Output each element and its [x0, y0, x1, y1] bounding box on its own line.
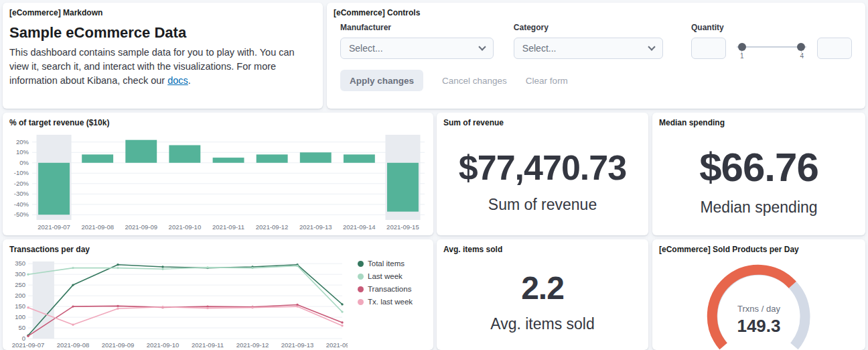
metric-value: 2.2	[521, 272, 564, 304]
quantity-label: Quantity	[691, 23, 852, 32]
legend-color-dot	[358, 261, 364, 267]
markdown-text-end: .	[188, 75, 191, 86]
panel-title: Sum of revenue	[437, 113, 648, 129]
svg-text:2021-09-14: 2021-09-14	[343, 223, 376, 231]
quantity-max-input[interactable]	[817, 38, 852, 59]
slider-handle-min[interactable]	[738, 43, 746, 51]
svg-text:2021-09-15: 2021-09-15	[386, 223, 419, 231]
quantity-min-input[interactable]	[691, 38, 726, 59]
legend-item-transactions[interactable]: Transactions	[358, 285, 413, 293]
bar-chart: 20%10%0%-10%-20%-30%-40%-50%2021-09-0720…	[8, 131, 428, 235]
gauge-chart	[658, 258, 860, 350]
panel-median-spending: Median spending $66.76 Median spending	[652, 113, 865, 235]
manufacturer-label: Manufacturer	[340, 23, 494, 32]
svg-text:100: 100	[15, 313, 25, 320]
quantity-control: Quantity 1 4	[691, 23, 852, 59]
docs-link[interactable]: docs	[167, 75, 188, 86]
panel-transactions-per-day: Transactions per day 0501001502002503003…	[3, 239, 433, 350]
svg-text:2021-09-10: 2021-09-10	[147, 341, 179, 349]
panel-avg-items-sold: Avg. items sold 2.2 Avg. items sold	[437, 239, 648, 350]
legend-item-last-week[interactable]: Last week	[358, 272, 413, 280]
panel-title: % of target revenue ($10k)	[3, 113, 433, 129]
svg-text:350: 350	[15, 259, 25, 267]
controls-row: Manufacturer Select... Category Select..…	[327, 23, 865, 59]
metric-label: Sum of revenue	[488, 196, 597, 214]
quantity-row: 1 4	[691, 38, 852, 59]
svg-text:300: 300	[15, 270, 25, 278]
markdown-heading: Sample eCommerce Data	[3, 19, 323, 44]
cancel-changes-button[interactable]: Cancel changes	[442, 76, 507, 86]
slider-handle-max[interactable]	[797, 43, 805, 51]
svg-text:150: 150	[15, 302, 25, 310]
line-chart: 0501001502002503003502021-09-072021-09-0…	[8, 258, 348, 350]
svg-text:2021-09-08: 2021-09-08	[81, 223, 114, 231]
svg-text:-50%: -50%	[14, 211, 29, 218]
panel-title: [eCommerce] Markdown	[3, 3, 323, 19]
clear-form-button[interactable]: Clear form	[526, 76, 568, 86]
chevron-down-icon	[478, 43, 486, 50]
svg-text:10%: 10%	[16, 148, 29, 156]
svg-text:2021-09-13: 2021-09-13	[299, 223, 332, 231]
metric-label: Median spending	[700, 198, 817, 217]
metric: $77,470.73 Sum of revenue	[437, 129, 648, 235]
panel-title: Transactions per day	[3, 239, 433, 255]
panel-sum-of-revenue: Sum of revenue $77,470.73 Sum of revenue	[437, 113, 648, 235]
svg-text:2021-09-11: 2021-09-11	[212, 223, 244, 231]
svg-text:-30%: -30%	[14, 190, 29, 197]
legend-item-tx-last-week[interactable]: Tx. last week	[358, 298, 413, 306]
svg-text:2021-09-12: 2021-09-12	[236, 341, 269, 349]
category-control: Category Select...	[514, 23, 663, 59]
svg-text:250: 250	[15, 281, 25, 288]
svg-text:50: 50	[18, 324, 25, 331]
panel-markdown: [eCommerce] Markdown Sample eCommerce Da…	[3, 3, 323, 109]
metric-label: Avg. items sold	[490, 315, 595, 333]
svg-text:2021-09-13: 2021-09-13	[281, 341, 314, 349]
legend-color-dot	[358, 274, 364, 280]
svg-text:-40%: -40%	[14, 200, 29, 208]
svg-text:0%: 0%	[19, 159, 29, 166]
metric: 2.2 Avg. items sold	[437, 255, 648, 350]
svg-text:2021-09-09: 2021-09-09	[102, 341, 135, 349]
markdown-body: This dashboard contains sample data for …	[3, 44, 315, 88]
svg-text:2021-09-09: 2021-09-09	[125, 223, 157, 231]
svg-text:-20%: -20%	[14, 180, 29, 187]
svg-text:2021-09-07: 2021-09-07	[38, 223, 70, 231]
quantity-slider[interactable]: 1 4	[737, 38, 806, 59]
slider-track	[737, 46, 806, 48]
panel-title: [eCommerce] Controls	[327, 3, 865, 19]
category-select[interactable]: Select...	[514, 38, 663, 59]
svg-text:2021-09-11: 2021-09-11	[192, 341, 224, 349]
svg-text:20%: 20%	[16, 138, 29, 145]
markdown-text: This dashboard contains sample data for …	[9, 47, 295, 86]
legend-color-dot	[358, 286, 364, 292]
legend-label: Total items	[368, 259, 405, 268]
category-label: Category	[514, 23, 663, 32]
chevron-down-icon	[648, 43, 655, 50]
manufacturer-select[interactable]: Select...	[340, 38, 494, 59]
svg-text:-10%: -10%	[14, 169, 29, 176]
panel-title: Median spending	[652, 113, 865, 129]
manufacturer-placeholder: Select...	[349, 43, 383, 54]
legend-item-total-items[interactable]: Total items	[358, 259, 413, 268]
svg-text:2021-09-10: 2021-09-10	[169, 223, 202, 231]
metric-value: $66.76	[699, 148, 818, 188]
metric: $66.76 Median spending	[652, 129, 865, 235]
metric-value: $77,470.73	[459, 150, 626, 185]
legend-color-dot	[358, 299, 364, 305]
apply-changes-button[interactable]: Apply changes	[340, 70, 423, 91]
legend-label: Tx. last week	[368, 298, 413, 306]
category-placeholder: Select...	[522, 43, 557, 54]
panel-title: [eCommerce] Sold Products per Day	[652, 239, 865, 255]
slider-min-label: 1	[740, 52, 744, 60]
svg-text:2021-09-07: 2021-09-07	[12, 341, 45, 349]
panel-sold-products-per-day: [eCommerce] Sold Products per Day Trxns …	[652, 239, 865, 350]
panel-target-revenue: % of target revenue ($10k) 20%10%0%-10%-…	[3, 113, 433, 235]
chart-legend: Total items Last week Transactions Tx. l…	[358, 259, 413, 306]
legend-label: Last week	[368, 272, 403, 280]
svg-text:200: 200	[15, 292, 25, 299]
legend-label: Transactions	[368, 285, 411, 293]
svg-text:2021-09-14: 2021-09-14	[326, 341, 348, 349]
manufacturer-control: Manufacturer Select...	[340, 23, 494, 59]
svg-text:2021-09-08: 2021-09-08	[57, 341, 90, 349]
panel-controls: [eCommerce] Controls Manufacturer Select…	[327, 3, 865, 109]
